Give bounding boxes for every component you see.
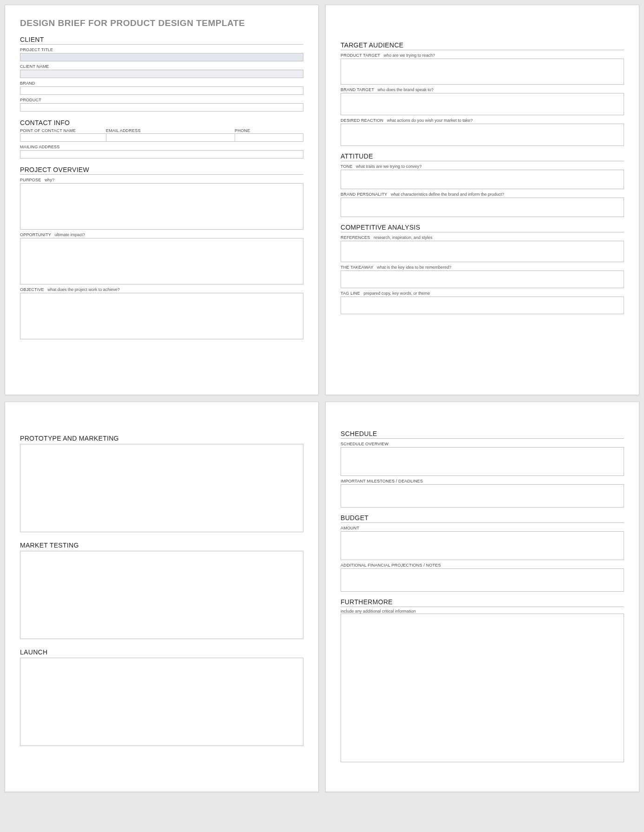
section-competitive: COMPETITIVE ANALYSIS bbox=[341, 224, 624, 232]
hint-tagline: prepared copy, key words, or theme bbox=[363, 291, 430, 296]
input-brand[interactable] bbox=[20, 86, 303, 95]
input-project-title[interactable] bbox=[20, 53, 303, 61]
page-1: DESIGN BRIEF FOR PRODUCT DESIGN TEMPLATE… bbox=[5, 5, 319, 395]
section-furthermore: FURTHERMORE bbox=[341, 598, 624, 607]
input-brand-target[interactable] bbox=[341, 93, 624, 115]
hint-objective: what does the project work to achieve? bbox=[47, 287, 120, 292]
section-market-testing: MARKET TESTING bbox=[20, 541, 303, 549]
section-attitude: ATTITUDE bbox=[341, 152, 624, 161]
label-references: REFERENCES bbox=[341, 235, 370, 240]
section-client: CLIENT bbox=[20, 36, 303, 45]
section-schedule: SCHEDULE bbox=[341, 430, 624, 439]
section-overview: PROJECT OVERVIEW bbox=[20, 166, 303, 175]
section-budget: BUDGET bbox=[341, 514, 624, 523]
hint-reaction: what actions do you wish your market to … bbox=[387, 118, 473, 123]
input-poc[interactable] bbox=[20, 133, 106, 142]
label-takeaway: THE TAKEAWAY bbox=[341, 265, 374, 270]
label-client-name: CLIENT NAME bbox=[20, 64, 49, 69]
label-project-title: PROJECT TITLE bbox=[20, 47, 53, 52]
input-objective[interactable] bbox=[20, 293, 303, 339]
input-product[interactable] bbox=[20, 103, 303, 112]
input-reaction[interactable] bbox=[341, 124, 624, 146]
label-product: PRODUCT bbox=[20, 98, 41, 102]
input-product-target[interactable] bbox=[341, 59, 624, 85]
input-client-name[interactable] bbox=[20, 70, 303, 78]
input-email[interactable] bbox=[106, 133, 235, 142]
label-product-target: PRODUCT TARGET bbox=[341, 53, 380, 58]
input-purpose[interactable] bbox=[20, 183, 303, 230]
label-mailing: MAILING ADDRESS bbox=[20, 145, 60, 149]
hint-opportunity: ultimate impact? bbox=[55, 232, 85, 237]
label-amount: AMOUNT bbox=[341, 526, 359, 530]
label-purpose: PURPOSE bbox=[20, 178, 41, 182]
hint-tone: what traits are we trying to convey? bbox=[356, 164, 421, 169]
label-brand-target: BRAND TARGET bbox=[341, 87, 374, 92]
hint-furthermore: include any additional critical informat… bbox=[341, 609, 624, 614]
input-takeaway[interactable] bbox=[341, 271, 624, 288]
label-opportunity: OPPORTUNITY bbox=[20, 232, 51, 237]
section-launch: LAUNCH bbox=[20, 648, 303, 656]
page-4: SCHEDULE SCHEDULE OVERVIEW IMPORTANT MIL… bbox=[325, 402, 639, 792]
input-tagline[interactable] bbox=[341, 297, 624, 314]
input-phone[interactable] bbox=[235, 133, 303, 142]
hint-takeaway: what is the key idea to be remembered? bbox=[377, 265, 451, 270]
section-prototype: PROTOTYPE AND MARKETING bbox=[20, 435, 303, 442]
hint-purpose: why? bbox=[45, 178, 54, 182]
label-tagline: TAG LINE bbox=[341, 291, 360, 296]
label-phone: PHONE bbox=[235, 128, 303, 133]
section-audience: TARGET AUDIENCE bbox=[341, 41, 624, 50]
label-tone: TONE bbox=[341, 164, 353, 169]
input-amount[interactable] bbox=[341, 531, 624, 560]
input-references[interactable] bbox=[341, 241, 624, 262]
input-launch[interactable] bbox=[20, 658, 303, 746]
input-fin-notes[interactable] bbox=[341, 568, 624, 592]
label-poc: POINT OF CONTACT NAME bbox=[20, 128, 106, 133]
label-milestones: IMPORTANT MILESTONES / DEADLINES bbox=[341, 479, 423, 483]
input-milestones[interactable] bbox=[341, 484, 624, 508]
document-title: DESIGN BRIEF FOR PRODUCT DESIGN TEMPLATE bbox=[20, 18, 303, 28]
hint-references: research, inspiration, and styles bbox=[374, 235, 433, 240]
label-brand: BRAND bbox=[20, 81, 35, 86]
input-personality[interactable] bbox=[341, 198, 624, 217]
input-schedule-overview[interactable] bbox=[341, 447, 624, 476]
input-mailing[interactable] bbox=[20, 150, 303, 158]
label-fin-notes: ADDITIONAL FINANCIAL PROJECTIONS / NOTES bbox=[341, 563, 441, 568]
hint-personality: what characteristics define the brand an… bbox=[391, 192, 504, 197]
label-schedule-overview: SCHEDULE OVERVIEW bbox=[341, 442, 388, 446]
input-prototype[interactable] bbox=[20, 444, 303, 532]
input-market-testing[interactable] bbox=[20, 551, 303, 639]
hint-product-target: who are we trying to reach? bbox=[384, 53, 435, 58]
hint-brand-target: who does the brand speak to? bbox=[378, 87, 434, 92]
label-personality: BRAND PERSONALITY bbox=[341, 192, 387, 197]
label-reaction: DESIRED REACTION bbox=[341, 118, 383, 123]
page-2: TARGET AUDIENCE PRODUCT TARGET who are w… bbox=[325, 5, 639, 395]
input-tone[interactable] bbox=[341, 170, 624, 189]
input-opportunity[interactable] bbox=[20, 238, 303, 284]
page-3: PROTOTYPE AND MARKETING MARKET TESTING L… bbox=[5, 402, 319, 792]
input-furthermore[interactable] bbox=[341, 614, 624, 762]
label-objective: OBJECTIVE bbox=[20, 287, 44, 292]
label-email: EMAIL ADDRESS bbox=[106, 128, 235, 133]
section-contact: CONTACT INFO bbox=[20, 119, 303, 126]
